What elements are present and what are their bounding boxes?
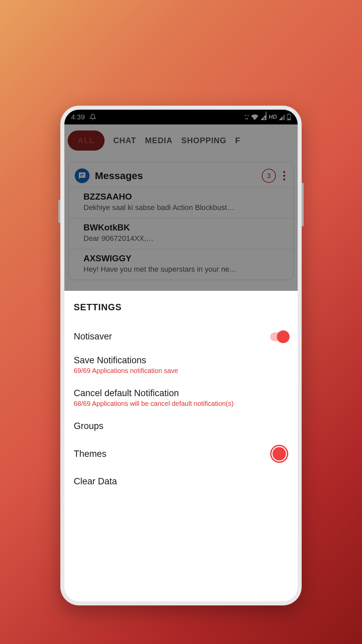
count-badge: 3 (262, 169, 276, 183)
setting-label: Groups (74, 421, 104, 431)
card-header: Messages 3 (69, 162, 293, 187)
tab-all[interactable]: ALL (68, 130, 105, 151)
background-content: 4:39 R (64, 110, 298, 291)
signal-icon (279, 114, 285, 120)
msg-preview: Dekhiye saal ki sabse badi Action Blockb… (83, 203, 287, 212)
setting-notisaver[interactable]: Notisaver (74, 325, 288, 348)
side-button-right (302, 183, 304, 226)
setting-clear-data[interactable]: Clear Data (74, 470, 288, 493)
settings-heading: SETTINGS (74, 302, 288, 313)
tabs-row: ALL CHAT MEDIA SHOPPING F (64, 124, 298, 157)
theme-color-inner (273, 447, 286, 461)
tab-shopping[interactable]: SHOPPING (181, 136, 227, 145)
setting-label: Save Notifications (74, 355, 146, 366)
tab-chat[interactable]: CHAT (113, 136, 136, 145)
msg-sender: BWKotkBK (83, 222, 287, 233)
status-time: 4:39 (71, 113, 85, 121)
data-sync-icon (244, 114, 249, 120)
setting-label: Clear Data (74, 476, 117, 487)
setting-subtitle: 69/69 Applications notification save (74, 367, 178, 375)
messages-card: Messages 3 BZZSAAHO Dekhiye saal ki sabs… (68, 162, 294, 280)
setting-label: Cancel default Notification (74, 388, 179, 398)
svg-rect-3 (288, 119, 290, 120)
setting-themes[interactable]: Themes (74, 438, 288, 470)
theme-color-chip[interactable] (270, 445, 288, 463)
wifi-icon (251, 114, 258, 120)
settings-panel: SETTINGS Notisaver Save Notifications 69… (64, 291, 298, 601)
setting-subtitle: 68/69 Applications will be cancel defaul… (74, 400, 234, 408)
signal-roaming-icon: R (260, 114, 266, 120)
msg-sender: AXSWIGGY (83, 253, 287, 264)
phone-frame: 4:39 R (60, 106, 302, 605)
screen: 4:39 R (64, 110, 298, 601)
toggle-knob (277, 330, 290, 343)
tab-partial[interactable]: F (235, 136, 241, 145)
svg-rect-5 (80, 175, 83, 176)
list-item[interactable]: BWKotkBK Dear 90672014XX,… (69, 218, 293, 249)
toggle-switch[interactable] (270, 332, 288, 341)
app-name: Messages (95, 170, 256, 181)
svg-rect-2 (288, 114, 290, 114)
bell-icon (89, 114, 96, 120)
svg-rect-0 (263, 118, 265, 119)
msg-preview: Hey! Have you met the superstars in your… (83, 265, 287, 274)
msg-sender: BZZSAAHO (83, 192, 287, 202)
messages-app-icon (75, 168, 89, 183)
battery-icon (287, 114, 291, 120)
setting-cancel-notification[interactable]: Cancel default Notification 68/69 Applic… (74, 381, 288, 414)
setting-groups[interactable]: Groups (74, 414, 288, 438)
svg-rect-4 (80, 174, 84, 175)
tab-media[interactable]: MEDIA (145, 136, 173, 145)
phone-body: 4:39 R (60, 106, 302, 605)
hd-label: HD (268, 114, 277, 120)
list-item[interactable]: AXSWIGGY Hey! Have you met the superstar… (69, 249, 293, 280)
more-icon[interactable] (281, 171, 287, 180)
setting-label: Notisaver (74, 331, 112, 342)
setting-label: Themes (74, 449, 107, 459)
msg-preview: Dear 90672014XX,… (83, 234, 287, 243)
status-bar: 4:39 R (64, 110, 298, 124)
setting-save-notifications[interactable]: Save Notifications 69/69 Applications no… (74, 348, 288, 381)
list-item[interactable]: BZZSAAHO Dekhiye saal ki sabse badi Acti… (69, 187, 293, 218)
